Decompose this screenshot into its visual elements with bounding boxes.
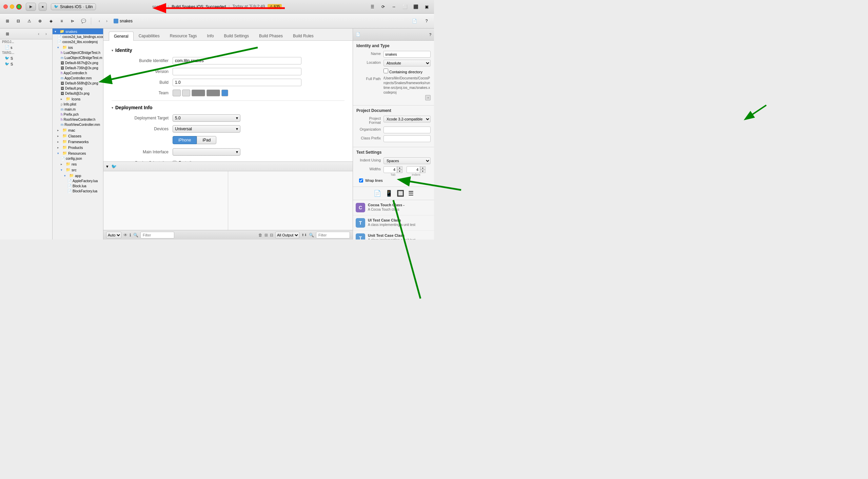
- team-btn-2[interactable]: [182, 90, 190, 96]
- tab-build-rules[interactable]: Build Rules: [288, 31, 319, 40]
- nav-icon-1[interactable]: ⊟: [14, 16, 23, 26]
- filter-input-right[interactable]: [316, 232, 350, 238]
- layout-icon-3[interactable]: ↔: [390, 3, 398, 11]
- sidebar-cocos-libs[interactable]: 📄 cocos2d_libs.xcodeproj: [53, 39, 103, 44]
- deployment-toggle[interactable]: ▾: [112, 106, 113, 110]
- breadcrumb-file-name[interactable]: snakes: [120, 19, 133, 23]
- inspector-name-input[interactable]: [383, 51, 431, 58]
- sidebar-app-controller-mm[interactable]: m AppController.mm: [53, 76, 103, 81]
- sidebar-default-667[interactable]: 🖼 Default-667h@2x.png: [53, 60, 103, 65]
- sidebar-rootvc-h[interactable]: h RootViewController.h: [53, 117, 103, 122]
- sidebar-res-folder[interactable]: ▸ 📁 res: [53, 161, 103, 167]
- filter-icon-right[interactable]: 🔍: [309, 233, 314, 237]
- warning-badge[interactable]: ⚠ 635: [268, 4, 282, 9]
- inspector-format-select[interactable]: Xcode 3.2-compatible: [383, 116, 431, 122]
- sidebar-apple-factory[interactable]: 📄 AppleFactory.lua: [53, 178, 103, 184]
- sidebar-mac-folder[interactable]: ▸ 📁 mac: [53, 127, 103, 133]
- auto-select[interactable]: Auto: [106, 232, 121, 238]
- layout-icon-4[interactable]: ⬜: [401, 3, 409, 11]
- inspector-indent-select[interactable]: Spaces: [383, 157, 431, 164]
- nav-icon-4[interactable]: ◈: [46, 16, 56, 26]
- version-input[interactable]: [173, 68, 301, 75]
- sidebar-config-json[interactable]: 📄 config.json: [53, 156, 103, 161]
- nav-icon-5[interactable]: ≡: [57, 16, 66, 26]
- inspector-tb-icon-1[interactable]: 📄: [374, 190, 381, 197]
- tab-info[interactable]: Info: [202, 31, 219, 40]
- identity-toggle[interactable]: ▾: [112, 49, 113, 52]
- filter-input-left[interactable]: [140, 232, 174, 238]
- build-input[interactable]: [173, 79, 301, 86]
- sidebar-rootvc-mm[interactable]: m RootViewController.mm: [53, 122, 103, 127]
- sidebar-app-folder[interactable]: ▾ 📁 app: [53, 173, 103, 178]
- sidebar-block-factory[interactable]: 📄 BlockFactory.lua: [53, 189, 103, 194]
- tree-section-proj[interactable]: PROJ...: [0, 39, 52, 44]
- layout-icon-2[interactable]: ⟳: [379, 3, 387, 11]
- sidebar-products-folder[interactable]: ▸ 📁 Products: [53, 145, 103, 150]
- team-btn-1[interactable]: [173, 90, 181, 96]
- indent-width-input[interactable]: [407, 166, 420, 173]
- sidebar-prefix-pch[interactable]: h Prefix.pch: [53, 112, 103, 117]
- inspector-reveal-button[interactable]: →: [425, 95, 431, 100]
- help-icon[interactable]: ?: [422, 16, 431, 26]
- bottom-toolbar-icon-1[interactable]: ▾: [106, 164, 108, 169]
- iphone-toggle-button[interactable]: iPhone: [173, 136, 197, 144]
- class-item-uitest[interactable]: T UI Test Case Class A class implementin…: [353, 215, 434, 231]
- output-select[interactable]: All Output: [275, 232, 299, 238]
- tab-build-settings[interactable]: Build Settings: [219, 31, 254, 40]
- inspector-tb-icon-4[interactable]: ☰: [408, 190, 414, 197]
- team-btn-5[interactable]: [221, 90, 228, 96]
- sidebar-src-folder[interactable]: ▾ 📁 src: [53, 167, 103, 173]
- bundle-id-input[interactable]: [173, 57, 301, 64]
- team-btn-3[interactable]: [192, 90, 205, 96]
- inspector-location-select[interactable]: Absolute: [383, 60, 431, 66]
- footer-icon-2[interactable]: ℹ: [130, 233, 131, 237]
- nav-forward-button[interactable]: ›: [103, 18, 110, 24]
- trash-icon[interactable]: 🗑: [258, 233, 262, 237]
- wrap-lines-checkbox[interactable]: [359, 178, 363, 183]
- close-button[interactable]: [3, 4, 8, 9]
- sidebar-default-568[interactable]: 🖼 Default-568h@2x.png: [53, 81, 103, 86]
- sidebar-LuaObjC-h[interactable]: h LuaObjectCBridgeTest.h: [53, 50, 103, 55]
- sidebar-LuaObjC-m[interactable]: m LuaObjectCBridgeTest.m: [53, 55, 103, 60]
- filter-icon-left[interactable]: 🔍: [133, 233, 138, 237]
- sidebar-ios-folder[interactable]: ▾ 📁 ios: [53, 44, 103, 50]
- inspector-prefix-input[interactable]: [383, 135, 431, 142]
- tab-general[interactable]: General: [109, 32, 134, 41]
- sidebar-toggle-icon[interactable]: ⊞: [3, 16, 12, 26]
- sidebar-resources-folder[interactable]: ▾ 📁 Resources: [53, 150, 103, 156]
- add-file-icon[interactable]: 📄: [410, 16, 419, 26]
- layout-icon-5[interactable]: ⬛: [412, 3, 420, 11]
- layout-icon-6[interactable]: ▣: [422, 3, 431, 11]
- fullscreen-button[interactable]: [17, 4, 21, 9]
- layout-icon-1[interactable]: ☰: [368, 3, 376, 11]
- inspector-org-input[interactable]: [383, 127, 431, 133]
- inspector-icon-2[interactable]: ?: [429, 33, 431, 37]
- tab-decrement-button[interactable]: ▾: [397, 170, 402, 173]
- play-button[interactable]: ▶: [26, 3, 36, 11]
- minimize-button[interactable]: [10, 4, 14, 9]
- nav-icon-7[interactable]: 💬: [79, 16, 88, 26]
- tab-capabilities[interactable]: Capabilities: [134, 31, 165, 40]
- sidebar-default-2x[interactable]: 🖼 Default@2x.png: [53, 91, 103, 96]
- tree-targ-1[interactable]: 🐦 S: [0, 55, 52, 61]
- tree-proj-file[interactable]: 📄 s: [0, 44, 52, 50]
- tab-build-phases[interactable]: Build Phases: [254, 31, 288, 40]
- inspector-containing-dir-checkbox[interactable]: [383, 69, 388, 73]
- nav-back-button[interactable]: ‹: [96, 18, 103, 24]
- inspector-icon-1[interactable]: 📄: [356, 32, 360, 37]
- deployment-target-dropdown[interactable]: 5.0 ▾: [173, 114, 240, 122]
- tree-nav-fwd[interactable]: ›: [43, 31, 50, 37]
- sidebar-default-736[interactable]: 🖼 Default-736h@3x.png: [53, 65, 103, 71]
- nav-icon-6[interactable]: ⊳: [68, 16, 77, 26]
- footer-icon-1[interactable]: 👁: [123, 233, 127, 237]
- grid-icon[interactable]: ⊞: [3, 29, 12, 39]
- sidebar-block-lua[interactable]: 📄 Block.lua: [53, 184, 103, 189]
- tree-section-targ[interactable]: TARG...: [0, 50, 52, 55]
- indent-increment-button[interactable]: ▴: [420, 166, 426, 170]
- class-item-cocoa[interactable]: C Cocoa Touch Class - A Cocoa Touch clas…: [353, 200, 434, 215]
- footer-layout-2[interactable]: ⊟: [270, 233, 273, 237]
- team-btn-4[interactable]: [206, 90, 220, 96]
- sidebar-icons-folder[interactable]: ▸ 📁 Icons: [53, 96, 103, 102]
- scheme-selector[interactable]: 🐦 Snakes iOS › Lilin: [51, 3, 96, 10]
- sidebar-default-png[interactable]: 🖼 Default.png: [53, 86, 103, 91]
